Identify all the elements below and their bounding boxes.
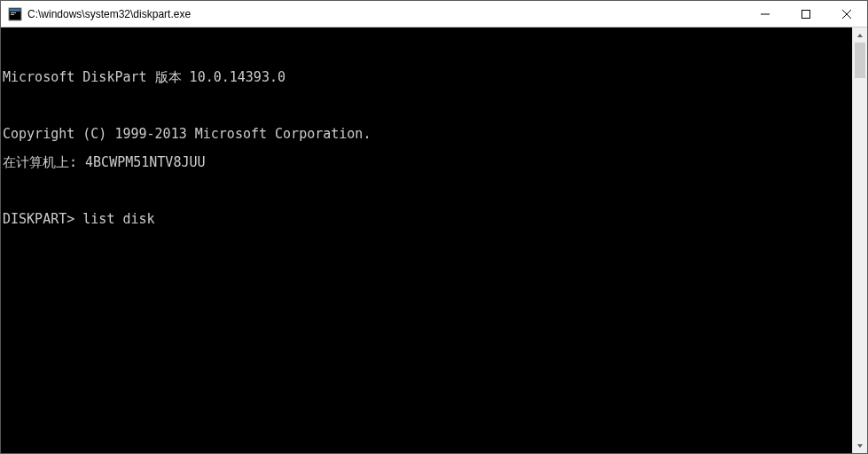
svg-rect-1 <box>10 9 20 12</box>
client-area: Microsoft DiskPart 版本 10.0.14393.0 Copyr… <box>1 27 867 453</box>
vertical-scrollbar[interactable] <box>852 27 867 453</box>
console-line <box>3 42 852 56</box>
console-prompt-line: DISKPART> list disk <box>3 212 852 226</box>
close-button[interactable] <box>826 1 867 27</box>
console-output[interactable]: Microsoft DiskPart 版本 10.0.14393.0 Copyr… <box>1 27 852 453</box>
console-prompt: DISKPART> <box>3 211 82 227</box>
scroll-up-button[interactable] <box>853 27 867 43</box>
window-controls <box>745 1 867 27</box>
app-icon <box>8 7 22 21</box>
console-line <box>3 184 852 198</box>
titlebar[interactable]: C:\windows\system32\diskpart.exe <box>1 1 867 27</box>
console-line: Microsoft DiskPart 版本 10.0.14393.0 <box>3 70 852 84</box>
console-line <box>3 98 852 113</box>
scroll-down-button[interactable] <box>853 438 867 453</box>
console-line: Copyright (C) 1999-2013 Microsoft Corpor… <box>3 127 852 141</box>
svg-rect-2 <box>11 12 16 13</box>
scroll-track[interactable] <box>853 43 867 438</box>
app-window: C:\windows\system32\diskpart.exe Microso… <box>0 0 868 454</box>
window-title: C:\windows\system32\diskpart.exe <box>27 8 745 20</box>
console-input[interactable]: list disk <box>82 211 154 227</box>
console-line: 在计算机上: 4BCWPM51NTV8JUU <box>3 155 852 169</box>
svg-rect-4 <box>802 10 810 18</box>
scroll-thumb[interactable] <box>855 43 865 78</box>
svg-rect-3 <box>11 14 14 15</box>
minimize-button[interactable] <box>745 1 786 27</box>
maximize-button[interactable] <box>786 1 826 27</box>
